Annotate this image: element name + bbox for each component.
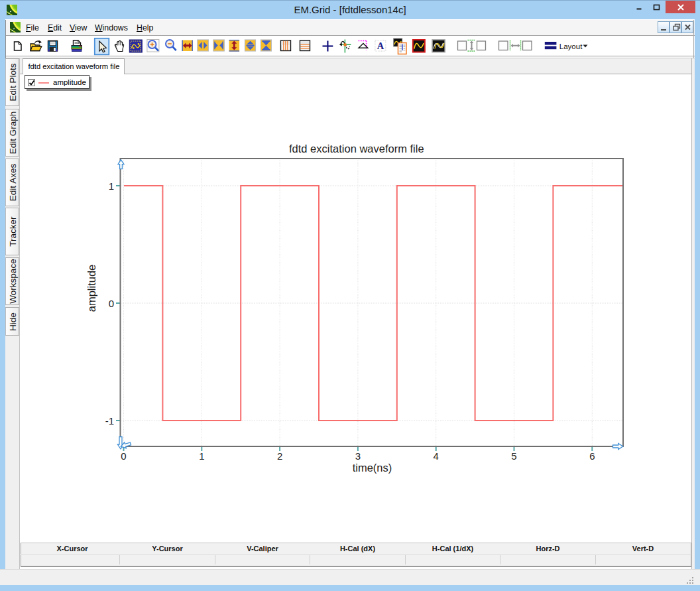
svg-text:A: A bbox=[377, 40, 384, 51]
svg-text:Layout: Layout bbox=[559, 42, 583, 50]
